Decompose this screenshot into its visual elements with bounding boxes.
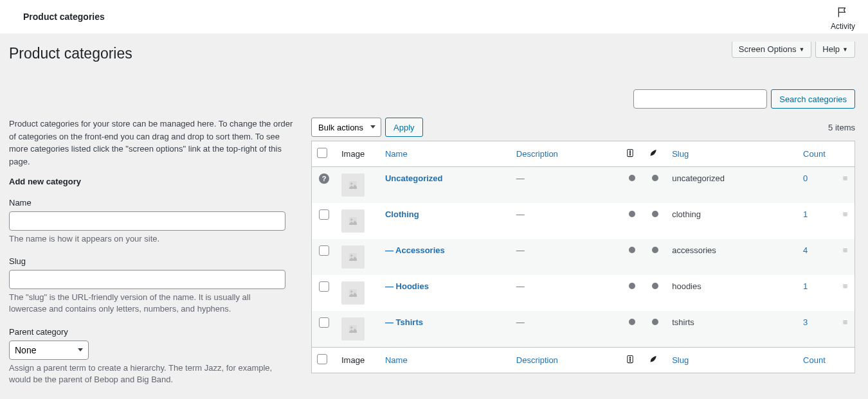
col-description-foot[interactable]: Description [516, 355, 558, 365]
name-input[interactable] [9, 211, 285, 231]
row-checkbox[interactable] [319, 209, 329, 220]
category-name-link[interactable]: — Accessories [385, 245, 445, 255]
add-category-heading: Add new category [9, 177, 298, 186]
status-dot-icon [652, 283, 658, 289]
name-label: Name [9, 198, 298, 208]
category-count-link[interactable]: 0 [803, 173, 808, 183]
name-help: The name is how it appears on your site. [9, 233, 285, 245]
status-dot-icon [652, 247, 658, 253]
status-dot-icon [629, 319, 635, 325]
screen-options-button[interactable]: Screen Options ▼ [732, 42, 812, 58]
parent-select[interactable]: None [9, 341, 89, 360]
svg-point-1 [629, 151, 630, 152]
col-feather-icon[interactable] [644, 141, 667, 167]
category-name-link[interactable]: Uncategorized [385, 173, 443, 183]
parent-label: Parent category [9, 327, 298, 337]
chevron-down-icon: ▼ [842, 46, 848, 53]
chevron-down-icon: ▼ [799, 46, 804, 53]
col-name-foot[interactable]: Name [385, 355, 408, 365]
search-input[interactable] [633, 89, 767, 109]
drag-handle-icon[interactable]: ≡ [843, 173, 848, 183]
drag-handle-icon[interactable]: ≡ [843, 281, 848, 291]
category-slug: tshirts [672, 317, 694, 327]
bulk-actions-select[interactable]: Bulk actions [311, 118, 381, 137]
category-description: — [516, 245, 525, 255]
slug-label: Slug [9, 256, 298, 266]
category-name-link[interactable]: — Tshirts [385, 317, 423, 327]
help-icon[interactable]: ? [319, 173, 329, 184]
svg-point-4 [350, 182, 352, 184]
category-slug: accessories [672, 245, 716, 255]
category-count-link[interactable]: 4 [803, 245, 808, 255]
svg-point-11 [629, 359, 630, 359]
category-count-link[interactable]: 3 [803, 317, 808, 327]
thumbnail-icon [341, 317, 365, 341]
col-count-foot[interactable]: Count [803, 355, 826, 365]
table-row: — Accessories—accessories4≡ [312, 239, 855, 275]
items-count: 5 items [828, 123, 855, 132]
col-slug[interactable]: Slug [672, 149, 689, 159]
category-name-link[interactable]: — Hoodies [385, 281, 429, 291]
category-slug: clothing [672, 209, 701, 219]
row-checkbox[interactable] [319, 245, 329, 256]
activity-label: Activity [831, 22, 855, 31]
svg-point-10 [629, 357, 630, 358]
table-row: — Hoodies—hoodies1≡ [312, 275, 855, 311]
col-slug-foot[interactable]: Slug [672, 355, 689, 365]
svg-point-5 [350, 218, 352, 220]
category-description: — [516, 173, 525, 183]
category-description: — [516, 209, 525, 219]
col-count[interactable]: Count [803, 149, 826, 159]
select-all-checkbox[interactable] [317, 148, 327, 158]
col-name[interactable]: Name [385, 149, 408, 159]
status-dot-icon [629, 247, 635, 253]
svg-point-7 [350, 290, 352, 292]
help-button[interactable]: Help ▼ [815, 42, 855, 58]
categories-table: Image Name Description Slug Count [311, 141, 855, 373]
category-description: — [516, 317, 525, 327]
col-description[interactable]: Description [516, 149, 558, 159]
thumbnail-icon [341, 173, 365, 197]
category-name: Uncategorized [385, 173, 443, 183]
col-feather-icon-foot[interactable] [644, 348, 667, 373]
category-name: Tshirts [396, 317, 423, 327]
col-status-icon[interactable] [620, 141, 644, 167]
drag-handle-icon[interactable]: ≡ [843, 209, 848, 219]
category-count-link[interactable]: 1 [803, 209, 808, 219]
status-dot-icon [629, 175, 635, 181]
apply-button[interactable]: Apply [385, 118, 423, 137]
table-row: — Tshirts—tshirts3≡ [312, 311, 855, 348]
thumbnail-icon [341, 245, 365, 269]
status-dot-icon [652, 211, 658, 217]
add-category-panel: Product categories for your store can be… [9, 118, 298, 399]
drag-handle-icon[interactable]: ≡ [843, 317, 848, 327]
category-name-link[interactable]: Clothing [385, 209, 419, 219]
svg-point-12 [629, 360, 630, 361]
category-count-link[interactable]: 1 [803, 281, 808, 291]
thumbnail-icon [341, 209, 365, 233]
col-image: Image [336, 141, 380, 167]
topbar-title: Product categories [23, 12, 105, 22]
col-status-icon-foot[interactable] [620, 348, 644, 373]
activity-button[interactable]: Activity [831, 3, 855, 31]
indent: — [385, 245, 395, 255]
categories-table-panel: Bulk actions Apply 5 items Image Name De… [311, 118, 855, 399]
svg-point-6 [350, 254, 352, 256]
table-row: ?Uncategorized—uncategorized0≡ [312, 167, 855, 204]
row-checkbox[interactable] [319, 317, 329, 328]
table-row: Clothing—clothing1≡ [312, 203, 855, 239]
status-dot-icon [652, 319, 658, 325]
select-all-checkbox-bottom[interactable] [317, 354, 327, 364]
flag-icon [836, 6, 849, 21]
status-dot-icon [629, 211, 635, 217]
indent: — [385, 281, 396, 291]
category-slug: hoodies [672, 281, 701, 291]
search-categories-button[interactable]: Search categories [771, 89, 855, 109]
page-title: Product categories [9, 42, 132, 62]
slug-help: The "slug" is the URL-friendly version o… [9, 292, 285, 315]
screen-options-label: Screen Options [739, 44, 797, 54]
slug-input[interactable] [9, 270, 285, 289]
drag-handle-icon[interactable]: ≡ [843, 245, 848, 255]
help-label: Help [822, 44, 840, 54]
row-checkbox[interactable] [319, 281, 329, 292]
